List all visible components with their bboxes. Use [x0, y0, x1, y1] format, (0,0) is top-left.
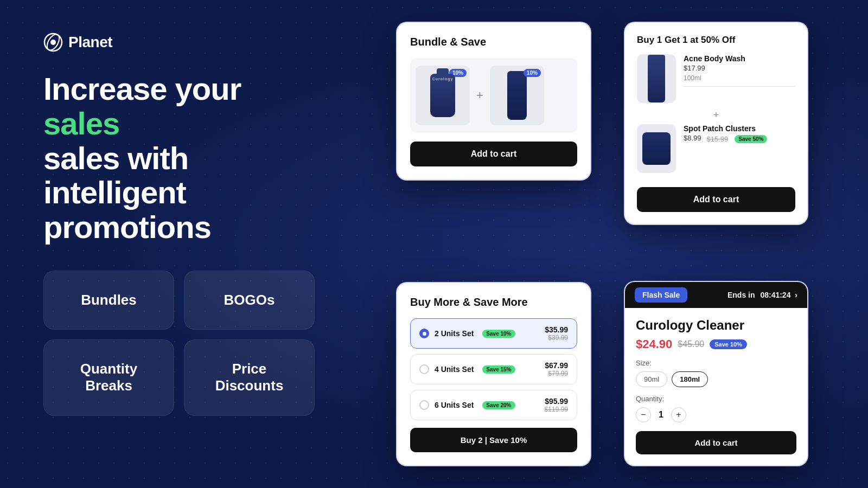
- bogo-product1-size: 100ml: [684, 74, 795, 87]
- left-panel: Planet Increase your sales sales with in…: [0, 0, 347, 488]
- headline-line2: sales with: [43, 140, 188, 176]
- quantity-option-3-price-old: $119.99: [545, 406, 568, 413]
- flash-size-label: Size:: [636, 359, 796, 367]
- quantity-option-3[interactable]: 6 Units Set Save 20% $95.99 $119.99: [410, 390, 577, 420]
- quantity-card-title: Buy More & Save More: [410, 296, 577, 309]
- quantity-option-2-price-old: $79.99: [545, 370, 568, 377]
- bogo-product2-name: Spot Patch Clusters: [684, 124, 795, 133]
- headline-line3: intelligent: [43, 175, 186, 210]
- bundle-plus-icon: +: [476, 88, 483, 102]
- quantity-option-2-prices: $67.99 $79.99: [545, 361, 568, 377]
- promo-card-quantity-breaks[interactable]: QuantityBreaks: [43, 339, 174, 415]
- headline-line1: Increase your: [43, 71, 241, 106]
- ui-cards-container: Bundle & Save 10% Curology + 10% Add to …: [396, 22, 808, 466]
- flash-product-name: Curology Cleaner: [636, 318, 796, 333]
- flash-size-option-180ml[interactable]: 180ml: [672, 371, 708, 387]
- bogo-product1-price: $17.99: [684, 64, 795, 72]
- flash-price-old: $45.90: [678, 339, 704, 349]
- flash-qty-decrement-button[interactable]: −: [636, 407, 651, 422]
- planet-logo-icon: [43, 33, 63, 52]
- quantity-option-1-price-old: $39.99: [545, 334, 568, 342]
- quantity-option-3-left: 6 Units Set Save 20%: [419, 400, 515, 410]
- bogo-product2-price: $8.99: [684, 134, 701, 142]
- quantity-option-3-price-new: $95.99: [545, 397, 568, 406]
- quantity-buy-save-button[interactable]: Buy 2 | Save 10%: [410, 428, 577, 452]
- flash-sale-header: Flash Sale Ends in 08:41:24 ›: [625, 282, 807, 308]
- flash-qty-label: Quantity:: [636, 395, 796, 403]
- quantity-option-1-radio: [419, 329, 429, 338]
- flash-size-options: 90ml 180ml: [636, 371, 796, 387]
- flash-add-to-cart-button[interactable]: Add to cart: [636, 431, 796, 454]
- flash-timer-chevron: ›: [795, 291, 797, 299]
- bogo-product1-img: [637, 54, 676, 103]
- quantity-option-2-radio: [419, 364, 429, 374]
- promo-card-bundles[interactable]: Bundles: [43, 271, 174, 330]
- bundle-product2-badge: 10%: [524, 69, 541, 77]
- right-panel: Bundle & Save 10% Curology + 10% Add to …: [347, 0, 868, 488]
- quantity-option-1-price-new: $35.99: [545, 325, 568, 334]
- logo-text: Planet: [68, 34, 112, 51]
- bundle-add-to-cart-button[interactable]: Add to cart: [410, 142, 577, 166]
- quantity-card: Buy More & Save More 2 Units Set Save 10…: [396, 282, 591, 466]
- bundle-card-title: Bundle & Save: [410, 36, 577, 48]
- flash-sale-timer: Ends in 08:41:24 ›: [727, 291, 797, 299]
- bogo-product2-price-original: $15.99: [707, 135, 729, 143]
- logo: Planet: [43, 33, 315, 52]
- quantity-option-3-save: Save 20%: [482, 401, 515, 409]
- bundle-products: 10% Curology + 10%: [410, 58, 577, 133]
- bogo-bottle-2: [642, 132, 671, 165]
- quantity-option-1-save: Save 10%: [482, 330, 515, 338]
- flash-sale-card: Flash Sale Ends in 08:41:24 › Curology C…: [624, 281, 808, 466]
- quantity-option-2-save: Save 15%: [482, 365, 515, 374]
- flash-qty-value: 1: [659, 410, 663, 420]
- bottle-shape-1: Curology: [430, 74, 455, 117]
- flash-price-row: $24.90 $45.90 Save 10%: [636, 337, 796, 351]
- promo-card-bogos[interactable]: BOGOs: [184, 271, 315, 330]
- bundle-product2-img: 10%: [490, 66, 544, 125]
- promo-card-label-quantity-breaks: QuantityBreaks: [80, 361, 137, 394]
- quantity-option-1-prices: $35.99 $39.99: [545, 325, 568, 342]
- promo-card-price-discounts[interactable]: PriceDiscounts: [184, 339, 315, 415]
- bogo-product2-row: Spot Patch Clusters $8.99 $15.99 Save 50…: [637, 124, 795, 173]
- promo-card-label-price-discounts: PriceDiscounts: [215, 361, 284, 394]
- bogo-product1-info: Acne Body Wash $17.99 100ml: [684, 54, 795, 87]
- bundle-product1-img: 10% Curology: [416, 66, 470, 125]
- flash-timer-value: 08:41:24: [760, 291, 790, 299]
- bogo-product1-name: Acne Body Wash: [684, 54, 795, 63]
- flash-qty-stepper: − 1 +: [636, 407, 796, 422]
- promo-card-label-bogos: BOGOs: [224, 292, 275, 309]
- flash-sale-badge: Flash Sale: [635, 287, 687, 303]
- quantity-option-3-radio: [419, 400, 429, 410]
- quantity-option-2-price-new: $67.99: [545, 361, 568, 370]
- bogo-bottle-1: [648, 55, 665, 102]
- bogo-add-to-cart-button[interactable]: Add to cart: [637, 187, 795, 212]
- promo-type-grid: Bundles BOGOs QuantityBreaks PriceDiscou…: [43, 271, 315, 416]
- flash-sale-content: Curology Cleaner $24.90 $45.90 Save 10% …: [625, 308, 807, 465]
- headline-line4: promotions: [43, 209, 211, 245]
- bogo-separator-plus: +: [637, 110, 795, 121]
- headline: Increase your sales sales with intellige…: [43, 72, 315, 245]
- quantity-option-3-label: 6 Units Set: [435, 401, 474, 409]
- flash-price-new: $24.90: [636, 337, 672, 351]
- quantity-option-1-left: 2 Units Set Save 10%: [419, 329, 515, 338]
- bogo-product1-row: Acne Body Wash $17.99 100ml: [637, 54, 795, 103]
- bogo-product2-save-badge: Save 50%: [735, 135, 767, 143]
- bogo-card: Buy 1 Get 1 at 50% Off Acne Body Wash $1…: [624, 22, 808, 225]
- bogo-promo-label: Buy 1 Get 1 at 50% Off: [637, 35, 795, 46]
- quantity-option-1[interactable]: 2 Units Set Save 10% $35.99 $39.99: [410, 318, 577, 349]
- flash-timer-label: Ends in: [727, 291, 755, 299]
- flash-size-option-90ml[interactable]: 90ml: [636, 371, 667, 387]
- quantity-option-3-prices: $95.99 $119.99: [545, 397, 568, 413]
- promo-card-label-bundles: Bundles: [81, 292, 137, 309]
- flash-qty-increment-button[interactable]: +: [671, 407, 686, 422]
- bogo-product2-info: Spot Patch Clusters $8.99 $15.99 Save 50…: [684, 124, 795, 144]
- bottle-shape-2: [507, 71, 527, 120]
- headline-highlight: sales: [43, 106, 119, 141]
- bogo-product2-img: [637, 124, 676, 173]
- quantity-option-2[interactable]: 4 Units Set Save 15% $67.99 $79.99: [410, 354, 577, 384]
- bundle-card: Bundle & Save 10% Curology + 10% Add to …: [396, 22, 591, 181]
- svg-point-2: [50, 40, 56, 45]
- quantity-option-1-label: 2 Units Set: [435, 329, 474, 338]
- quantity-option-2-left: 4 Units Set Save 15%: [419, 364, 515, 374]
- quantity-option-2-label: 4 Units Set: [435, 365, 474, 374]
